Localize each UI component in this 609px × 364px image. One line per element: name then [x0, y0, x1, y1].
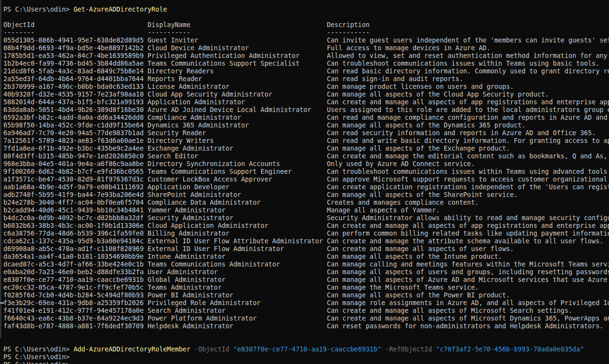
- cell-displayname: Cloud App Security Administrator: [147, 91, 327, 98]
- cell-description: Can create and manage all aspects of app…: [327, 222, 609, 229]
- table-row: 968e3bba-04e5-401a-9e4a-a6f86c9aa8beDire…: [3, 160, 609, 168]
- table-row: b24e278b-3040-4ff7-ac04-0bf0ea6f5704Comp…: [3, 199, 609, 207]
- table-row: adb2740f-5b95-41f9-ba44-7e93ba206e4dShar…: [3, 191, 609, 199]
- cell-displayname: Dynamics 365 Administrator: [147, 122, 327, 129]
- table-row: 9f100260-6d62-4b82-b7cf-e9fd36bc0565Team…: [3, 168, 609, 176]
- table-row: 80f4d3ff-b315-485b-947e-1ed2026850c0Sear…: [3, 153, 609, 160]
- cell-displayname: User Administrator: [147, 268, 327, 276]
- cell-objectid: b24e278b-3040-4ff7-ac04-0bf0ea6f5704: [3, 199, 147, 207]
- cell-objectid: 2b370999-a167-496c-b0bb-bda0c63ed133: [3, 83, 147, 91]
- table-row: 08b4f9dd-6693-4f9a-bd5e-4be8897142b2Clou…: [3, 44, 609, 52]
- table-row: dcaed87c-a5c3-4d7f-af66-33be424e0c1bTeam…: [3, 261, 609, 268]
- powershell-terminal-window[interactable]: PS C:\Users\odin> Get-AzureADDirectoryRo…: [0, 0, 609, 364]
- cell-objectid: d69908a8-ab5c-478a-ad1f-c1108f828969: [3, 245, 147, 253]
- table-row: d69908a8-ab5c-478a-ad1f-c1108f828969Exte…: [3, 245, 609, 253]
- prompt-line: PS C:\Users\odin>: [3, 353, 609, 361]
- cell-displayname: Application Developer: [147, 183, 327, 191]
- cell-displayname: Yammer Administrator: [147, 207, 327, 214]
- cell-description: Can read sign-in and audit reports.: [327, 75, 463, 83]
- cell-objectid: f6640c43-ea6c-43b8-b37e-64a9224ec9d3: [3, 315, 147, 322]
- cell-displayname: Billing Administrator: [147, 230, 327, 238]
- left-scrollbar-strip[interactable]: [0, 0, 1, 338]
- table-row: f3e3b29c-69ea-431a-9db8-a25359fb2026Priv…: [3, 299, 609, 307]
- objectid-value: "e8307f0e-ce77-4710-aa19-caaccbe6931b": [233, 346, 381, 353]
- cell-description: Can create and manage all aspects of app…: [327, 98, 609, 106]
- cell-description: Can manage all aspects of the Exchange p…: [327, 145, 510, 152]
- prompt: PS C:\Users\odin>: [3, 361, 73, 364]
- header-displayname: DisplayName: [147, 21, 327, 29]
- cell-description: Can manage all aspects of the Dynamics 3…: [327, 122, 525, 129]
- blank-line: [3, 330, 609, 338]
- table-row: 40b9320f-d32e-4535-9157-7e23af98aa10Clou…: [3, 91, 609, 98]
- prompt-line-clipped: PS C:\Users\odin>: [3, 361, 609, 364]
- cell-objectid: dcaed87c-a5c3-4d7f-af66-33be424e0c1b: [3, 261, 147, 268]
- table-row: f0285f6d-7cb0-4d4b-b284-5c494df80b93Powe…: [3, 292, 609, 299]
- cell-displayname: Security Administrator: [147, 214, 327, 222]
- underline-description: -----------: [327, 29, 370, 36]
- cell-objectid: 63dda8ab-5051-4bd4-9b26-389d8f16be30: [3, 106, 147, 114]
- header-description: Description: [327, 21, 370, 28]
- blank-line: [3, 14, 609, 21]
- cell-displayname: Search Administrator: [147, 307, 327, 315]
- table-row: c6a38756-77da-48d6-b539-396c1fa59fe0Bill…: [3, 230, 609, 238]
- cell-displayname: Directory Synchronization Accounts: [147, 160, 327, 168]
- cell-displayname: Directory Writers: [147, 137, 327, 145]
- cell-description: Can manage role assignments in Azure AD,…: [327, 299, 609, 307]
- underline-objectid: --------: [3, 29, 147, 37]
- table-row: 1785b5d1-ea53-462a-84c7-4be1639589b9Priv…: [3, 52, 609, 60]
- table-header-row: ObjectIdDisplayNameDescription: [3, 21, 609, 29]
- table-row: 2b370999-a167-496c-b0bb-bda0c63ed133Lice…: [3, 83, 609, 91]
- cell-objectid: f0285f6d-7cb0-4d4b-b284-5c494df80b93: [3, 292, 147, 299]
- cell-description: Can manage the Microsoft Teams service.: [327, 284, 478, 291]
- cell-objectid: a1f3571c-be47-4530-82d9-81f976367d3c: [3, 176, 147, 183]
- cell-description: Only used by Azure AD Connect service.: [327, 160, 475, 168]
- cell-description: Can manage calling and meetings features…: [327, 261, 609, 268]
- table-row: f41f01e4-e191-412c-977f-94e457178a0eSear…: [3, 307, 609, 315]
- cell-description: Full access to manage devices in Azure A…: [327, 44, 491, 52]
- cell-displayname: External ID User Flow Attribute Administ…: [147, 238, 327, 245]
- cell-displayname: Intune Administrator: [147, 253, 327, 261]
- cell-description: Can perform common billing related tasks…: [327, 230, 609, 237]
- prompt: PS C:\Users\odin>: [3, 346, 73, 353]
- cell-displayname: Security Reader: [147, 129, 327, 137]
- cell-displayname: Privileged Authentication Administrator: [147, 52, 327, 60]
- cell-description: Creates and manages compliance content.: [327, 199, 478, 206]
- cell-objectid: 7a12561f-5789-4823-ae83-f63d6a60ae1e: [3, 137, 147, 145]
- cell-description: Can manage product licenses on users and…: [327, 83, 514, 90]
- cell-objectid: cdca62c1-137c-435a-95d9-b3a00e94184c: [3, 238, 147, 245]
- objectid-parameter: -ObjectId: [190, 346, 233, 353]
- cell-displayname: Power BI Administrator: [147, 292, 327, 299]
- table-row: faf43d8b-e787-4888-a881-7f6dedf30709Help…: [3, 322, 609, 330]
- cell-objectid: c6a38756-77da-48d6-b539-396c1fa59fe0: [3, 230, 147, 238]
- cell-displayname: Global Administrator: [147, 276, 327, 284]
- cell-description: Can create and manage all aspects of Mic…: [327, 307, 572, 314]
- command-line-add: PS C:\Users\odin> Add-AzureADDirectoryRo…: [3, 346, 609, 353]
- table-row: 65b98f50-14ba-452c-9fde-c1dd9f15be64Dyna…: [3, 122, 609, 129]
- cell-description: Can create and manage all aspects of use…: [327, 245, 514, 252]
- table-row: aab1a68a-4b9e-4d5f-9a79-e08b41111692Appl…: [3, 183, 609, 191]
- header-objectid: ObjectId: [3, 21, 147, 29]
- table-row: 6a946ad7-7c70-4e20-94a5-77de9837b1adSecu…: [3, 129, 609, 137]
- table-row: 7fd1a8ea-6f1b-492e-b3bc-435be9c2a4eeExch…: [3, 145, 609, 153]
- table-row: 21dcd8f6-5fab-4a3c-83ad-6849c75b8e14Dire…: [3, 68, 609, 75]
- cell-description: Can create and manage the attribute sche…: [327, 238, 603, 245]
- cell-objectid: 6592a3bf-b82c-4add-8a0a-dd6a34426dd8: [3, 114, 147, 122]
- table-row: b6032b63-38b3-4b3c-ac00-1f0b1d13306eClou…: [3, 222, 609, 230]
- cell-description: Can read basic directory information. Co…: [327, 68, 609, 75]
- table-row: 7a12561f-5789-4823-ae83-f63d6a60ae1eDire…: [3, 137, 609, 145]
- cell-description: Can manage all aspects of the Intune pro…: [327, 253, 502, 260]
- cell-objectid: aab1a68a-4b9e-4d5f-9a79-e08b41111692: [3, 183, 147, 191]
- cell-objectid: 21dcd8f6-5fab-4a3c-83ad-6849c75b8e14: [3, 68, 147, 75]
- cell-objectid: 80f4d3ff-b315-485b-947e-1ed2026850c0: [3, 153, 147, 160]
- cell-objectid: 65b98f50-14ba-452c-9fde-c1dd9f15be64: [3, 122, 147, 129]
- cell-displayname: Teams Administrator: [147, 284, 327, 292]
- table-body: 055d1305-886b-4941-95e7-638de82d89d5Gues…: [3, 37, 609, 330]
- cell-description: Can read security information and report…: [327, 129, 595, 137]
- refobjectid-value: "c70f3af2-5e70-456b-b993-70ada0e035da": [436, 346, 584, 353]
- table-header-underline: ------------------------------: [3, 29, 609, 37]
- cell-objectid: b4dc2c0a-0d9b-4092-bc7c-d82bbb8a32df: [3, 214, 147, 222]
- cell-objectid: adb2740f-5b95-41f9-ba44-7e93ba206e4d: [3, 191, 147, 199]
- table-row: b4dc2c0a-0d9b-4092-bc7c-d82bbb8a32dfSecu…: [3, 214, 609, 222]
- cell-objectid: 7fd1a8ea-6f1b-492e-b3bc-435be9c2a4ee: [3, 145, 147, 153]
- cell-objectid: da3654a1-aa4f-41a0-b181-10354690bb9e: [3, 253, 147, 261]
